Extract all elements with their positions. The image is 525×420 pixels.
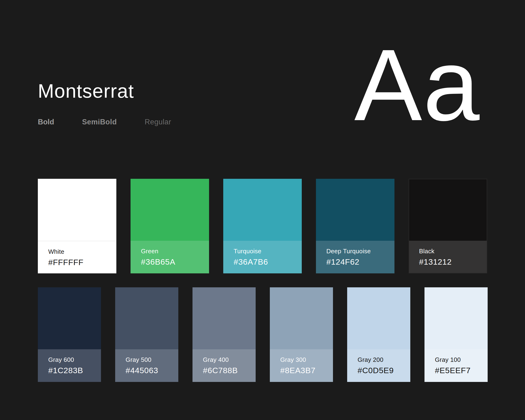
color-card-label-area: Gray 400 #6C788B [193,349,256,382]
font-weight-regular: Regular [145,118,171,126]
font-weight-semibold: SemiBold [82,118,117,126]
color-swatch [38,287,101,349]
color-hex-code: #FFFFFF [48,258,112,266]
color-swatch [115,287,178,349]
color-swatch [131,179,209,241]
color-name: Black [419,248,483,254]
palette-row-primary: White #FFFFFF Green #36B65A Turquoise #3… [38,179,487,273]
color-name: Gray 500 [126,357,175,363]
color-card-label-area: Gray 500 #445063 [115,349,178,382]
color-swatch [270,287,333,349]
font-weights-list: Bold SemiBold Regular [38,118,171,126]
color-name: Gray 600 [48,357,97,363]
color-name: Turquoise [234,248,298,254]
color-swatch [38,179,116,241]
color-hex-code: #124F62 [326,258,391,266]
color-card-label-area: Deep Turquoise #124F62 [316,241,394,273]
color-swatch [409,179,487,241]
font-family-title: Montserrat [38,81,134,101]
color-card: Turquoise #36A7B6 [223,179,302,273]
font-specimen-aa: Aa [354,34,480,136]
color-hex-code: #1C283B [48,366,97,374]
color-card: Gray 300 #8EA3B7 [270,287,333,382]
color-card: Gray 600 #1C283B [38,287,101,382]
color-card-label-area: Gray 600 #1C283B [38,349,101,382]
color-swatch [347,287,410,349]
color-name: Gray 300 [280,357,329,363]
color-name: Deep Turquoise [326,248,391,254]
color-hex-code: #6C788B [203,366,252,374]
color-card-label-area: White #FFFFFF [38,241,116,273]
font-weight-bold: Bold [38,118,54,126]
color-card: Gray 500 #445063 [115,287,178,382]
color-card: Gray 100 #E5EEF7 [424,287,488,382]
color-hex-code: #C0D5E9 [357,366,406,374]
color-card: Green #36B65A [131,179,209,273]
color-card: Black #131212 [409,179,487,273]
color-card: Gray 200 #C0D5E9 [347,287,410,382]
color-card: Deep Turquoise #124F62 [316,179,394,273]
color-swatch [223,179,302,241]
color-card-label-area: Gray 100 #E5EEF7 [424,349,488,382]
color-hex-code: #8EA3B7 [280,366,329,374]
color-card-label-area: Gray 300 #8EA3B7 [270,349,333,382]
color-hex-code: #E5EEF7 [435,366,484,374]
color-card: Gray 400 #6C788B [193,287,256,382]
color-swatch [316,179,394,241]
color-card: White #FFFFFF [38,179,116,273]
color-swatch [424,287,488,349]
color-card-label-area: Green #36B65A [131,241,209,273]
color-swatch [193,287,256,349]
color-hex-code: #131212 [419,258,483,266]
color-card-label-area: Black #131212 [409,241,487,273]
color-name: Gray 200 [357,357,406,363]
color-name: White [48,249,112,255]
color-hex-code: #445063 [126,366,175,374]
color-card-label-area: Turquoise #36A7B6 [223,241,302,273]
color-name: Gray 400 [203,357,252,363]
color-name: Green [141,248,205,254]
color-name: Gray 100 [435,357,484,363]
color-hex-code: #36A7B6 [234,258,298,266]
color-card-label-area: Gray 200 #C0D5E9 [347,349,410,382]
color-hex-code: #36B65A [141,258,205,266]
palette-row-grays: Gray 600 #1C283B Gray 500 #445063 Gray 4… [38,287,488,382]
